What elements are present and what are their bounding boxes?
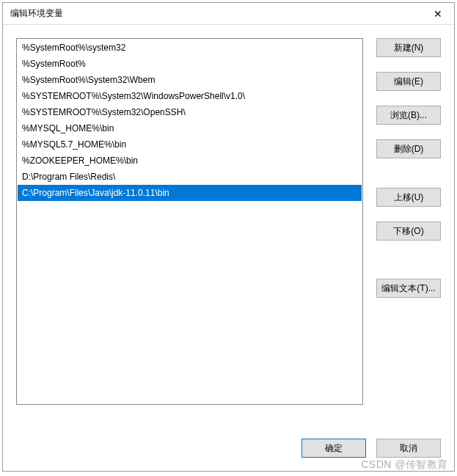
list-item[interactable]: %MYSQL_HOME%\bin xyxy=(18,120,362,136)
list-item[interactable]: D:\Program Files\Redis\ xyxy=(18,169,362,185)
list-item[interactable]: %SystemRoot%\system32 xyxy=(18,40,362,56)
path-listbox[interactable]: %SystemRoot%\system32%SystemRoot%%System… xyxy=(16,38,363,405)
close-button[interactable]: ✕ xyxy=(422,3,454,25)
new-button[interactable]: 新建(N) xyxy=(376,38,441,57)
titlebar: 编辑环境变量 ✕ xyxy=(3,3,454,25)
dialog-content: %SystemRoot%\system32%SystemRoot%%System… xyxy=(3,25,454,430)
list-item[interactable]: %MYSQL5.7_HOME%\bin xyxy=(18,136,362,153)
list-item[interactable]: %ZOOKEEPER_HOME%\bin xyxy=(18,153,362,169)
dialog-title: 编辑环境变量 xyxy=(10,7,63,20)
browse-button[interactable]: 浏览(B)... xyxy=(376,106,441,125)
dialog-footer: 确定 取消 xyxy=(3,430,454,471)
ok-button[interactable]: 确定 xyxy=(301,439,366,458)
list-item[interactable]: %SYSTEMROOT%\System32\WindowsPowerShell\… xyxy=(18,88,362,104)
cancel-button[interactable]: 取消 xyxy=(376,439,441,458)
close-icon: ✕ xyxy=(434,8,442,20)
list-item[interactable]: %SystemRoot% xyxy=(18,56,362,72)
env-var-edit-dialog: 编辑环境变量 ✕ %SystemRoot%\system32%SystemRoo… xyxy=(2,2,455,472)
list-item[interactable]: C:\Program\Files\Java\jdk-11.0.11\bin xyxy=(18,185,362,201)
side-button-panel: 新建(N) 编辑(E) 浏览(B)... 删除(D) 上移(U) 下移(O) 编… xyxy=(376,38,441,422)
edit-button[interactable]: 编辑(E) xyxy=(376,72,441,91)
list-item[interactable]: %SYSTEMROOT%\System32\OpenSSH\ xyxy=(18,104,362,120)
movedown-button[interactable]: 下移(O) xyxy=(376,221,441,241)
edittext-button[interactable]: 编辑文本(T)... xyxy=(376,279,441,298)
list-item[interactable]: %SystemRoot%\System32\Wbem xyxy=(18,72,362,88)
moveup-button[interactable]: 上移(U) xyxy=(376,188,441,207)
delete-button[interactable]: 删除(D) xyxy=(376,139,441,158)
